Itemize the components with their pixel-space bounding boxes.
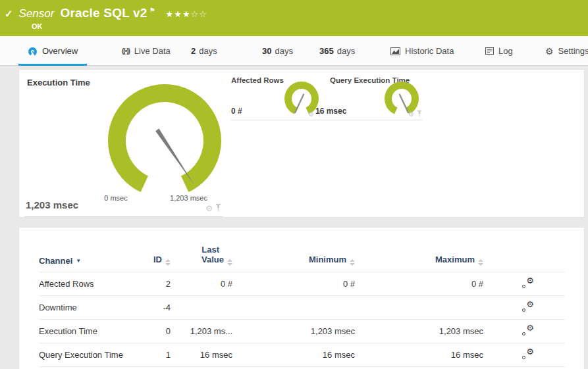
widget-title: Affected Rows [231, 76, 284, 84]
cell-id: 2 [138, 272, 171, 296]
gear-icon: ⚙ [526, 299, 534, 309]
priority-stars[interactable]: ★★★☆☆ [166, 9, 207, 19]
sort-icon [227, 259, 232, 266]
stars-empty: ☆☆ [191, 9, 207, 19]
table-row[interactable]: Downtime -4 ⚙ [39, 296, 565, 320]
sort-icon [478, 259, 483, 266]
cell-minimum: 16 msec [232, 343, 355, 367]
channel-settings-icon[interactable]: ⚙ [521, 301, 534, 312]
cell-last-value: 16 msec [171, 343, 232, 367]
tab-label: days [337, 46, 355, 56]
tab-number: 30 [262, 46, 271, 56]
pin-icon[interactable] [417, 108, 422, 120]
tab-365-days[interactable]: 365 days [319, 36, 355, 66]
gauge-min-label: 0 msec [93, 194, 139, 202]
affected-rows-widget: Affected Rows 0 # ⚙ [231, 76, 322, 120]
page-content: Execution Time 0 msec 1,203 msec 1,203 m… [0, 66, 588, 369]
cell-last-value [171, 296, 232, 320]
widget-gear-icon[interactable]: ⚙ [205, 204, 213, 213]
channels-panel: Channel▼ ID LastValue Minimum Maximum Af… [18, 227, 585, 369]
cell-maximum: 0 # [355, 272, 483, 296]
column-header-id[interactable]: ID [138, 245, 171, 272]
gauge-needle [295, 94, 304, 113]
widget-gear-icon[interactable]: ⚙ [408, 111, 414, 118]
tab-bar: Overview ((•)) Live Data 2 days 30 days … [0, 36, 588, 66]
column-header-channel[interactable]: Channel▼ [39, 245, 138, 272]
tab-historic-data[interactable]: Historic Data [390, 36, 454, 66]
sort-icon [165, 259, 171, 266]
table-row[interactable]: Query Execution Time 1 16 msec 16 msec 1… [39, 343, 565, 367]
sort-caret-icon: ▼ [76, 258, 81, 264]
column-label: Minimum [309, 255, 346, 264]
cell-channel: Affected Rows [39, 272, 138, 296]
gauge-value: 0 # [231, 107, 242, 116]
cell-minimum: 1,203 msec [232, 320, 355, 343]
sensor-header: ✓ Sensor Oracle SQL v2 ⚑ ★★★☆☆ OK [0, 0, 588, 36]
status-badge: OK [32, 22, 588, 30]
column-label: Value [201, 255, 224, 264]
channel-settings-icon[interactable]: ⚙ [521, 278, 534, 288]
sensor-kind-label: Sensor [19, 7, 55, 20]
pin-icon[interactable] [215, 203, 221, 214]
gauge-icon [28, 47, 38, 56]
tab-label: Live Data [134, 46, 171, 56]
tab-log[interactable]: Log [485, 36, 513, 66]
widget-gear-icon[interactable]: ⚙ [308, 111, 314, 118]
sort-icon [350, 259, 355, 266]
tab-2-days[interactable]: 2 days [191, 36, 217, 66]
query-execution-time-widget: Query Execution Time 16 msec ⚙ [315, 76, 422, 120]
cell-maximum: 16 msec [355, 343, 483, 367]
cell-channel: Execution Time [39, 320, 138, 343]
execution-time-widget: Execution Time 0 msec 1,203 msec 1,203 m… [24, 70, 223, 217]
column-header-actions [483, 245, 565, 272]
tab-overview[interactable]: Overview [28, 36, 78, 66]
cell-channel: Query Execution Time [39, 343, 138, 367]
column-header-maximum[interactable]: Maximum [355, 245, 483, 272]
log-icon [485, 47, 494, 55]
column-label: Channel [39, 256, 72, 266]
gauge-max-label: 1,203 msec [151, 194, 227, 202]
cell-minimum [232, 296, 355, 320]
column-header-minimum[interactable]: Minimum [232, 245, 355, 272]
channels-table: Channel▼ ID LastValue Minimum Maximum Af… [39, 245, 565, 367]
cell-id: 0 [138, 320, 171, 343]
column-header-last-value[interactable]: LastValue [171, 245, 232, 272]
cell-id: 1 [138, 343, 171, 367]
execution-time-gauge [101, 80, 228, 203]
tab-label: Historic Data [405, 46, 454, 56]
cell-last-value: 1,203 ms... [171, 320, 232, 343]
gear-icon: ⚙ [545, 46, 554, 57]
gear-dot [522, 356, 525, 359]
gauge-value: 1,203 msec [26, 199, 78, 210]
column-label: Maximum [435, 255, 475, 264]
cell-channel: Downtime [39, 296, 138, 320]
sensor-page: ✓ Sensor Oracle SQL v2 ⚑ ★★★☆☆ OK Overvi… [0, 0, 588, 369]
tab-number: 365 [319, 46, 334, 56]
column-label: Last [201, 245, 219, 255]
tab-number: 2 [191, 46, 196, 56]
column-label: ID [153, 255, 162, 264]
gear-dot [522, 285, 525, 288]
cell-maximum [355, 296, 483, 320]
tab-label: days [275, 46, 292, 56]
gear-icon: ⚙ [526, 276, 534, 285]
channel-settings-icon[interactable]: ⚙ [521, 349, 534, 359]
table-row[interactable]: Affected Rows 2 0 # 0 # 0 # ⚙ [39, 272, 565, 296]
gauge-needle [400, 94, 409, 113]
table-row[interactable]: Execution Time 0 1,203 ms... 1,203 msec … [39, 320, 565, 343]
tab-label: Log [498, 46, 513, 56]
cell-minimum: 0 # [232, 272, 355, 296]
sensor-title: Oracle SQL v2 [60, 6, 147, 20]
tab-30-days[interactable]: 30 days [262, 36, 293, 66]
gauge-value: 16 msec [315, 107, 346, 116]
widget-title: Execution Time [27, 78, 90, 87]
gear-icon: ⚙ [526, 323, 534, 333]
check-icon: ✓ [5, 8, 13, 20]
flag-icon[interactable]: ⚑ [149, 7, 155, 14]
cell-id: -4 [138, 296, 171, 320]
gear-dot [522, 332, 525, 335]
tab-settings[interactable]: ⚙ Settings [545, 36, 588, 66]
channel-settings-icon[interactable]: ⚙ [521, 325, 534, 335]
cell-last-value: 0 # [171, 272, 232, 296]
tab-live-data[interactable]: ((•)) Live Data [122, 36, 171, 66]
